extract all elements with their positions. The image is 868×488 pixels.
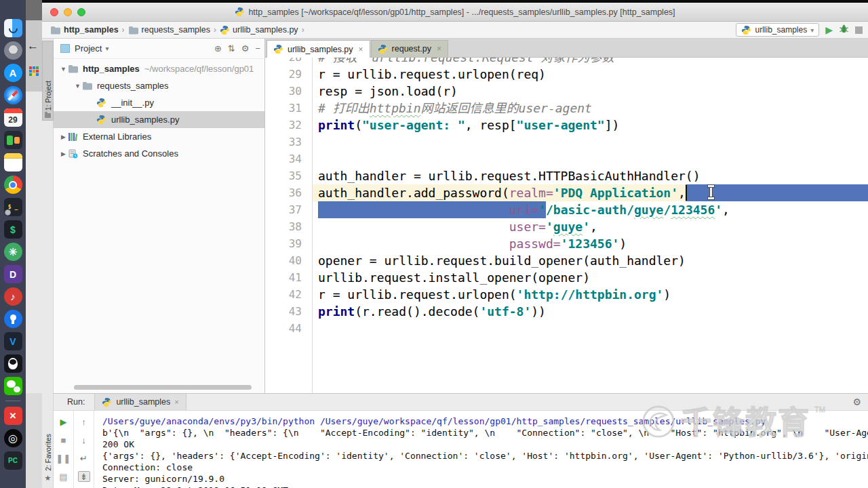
python-icon (273, 44, 283, 54)
down-stack-trace-icon[interactable]: ↓ (78, 434, 90, 445)
folder-icon (45, 113, 51, 118)
code-line-38[interactable]: user='guye', (313, 218, 868, 235)
dock-app-qq[interactable] (4, 354, 22, 373)
code-line-28[interactable]: # 接收 'urllib.request.Request'对象作为参数 (313, 58, 868, 66)
dock-app-dash[interactable]: D (4, 265, 22, 283)
debug-button[interactable] (839, 24, 849, 37)
tree-item-External Libraries[interactable]: ▶External Libraries (54, 128, 264, 145)
maximize-window-button[interactable] (77, 8, 85, 16)
code-line-37[interactable]: uri='/basic-auth/guye/123456', (313, 201, 868, 218)
code-pane[interactable]: # 接收 'urllib.request.Request'对象作为参数r = u… (313, 58, 868, 393)
code-line-34[interactable] (313, 150, 868, 167)
chevron-down-icon[interactable]: ▾ (105, 45, 214, 52)
soft-wrap-icon[interactable]: ↵ (78, 453, 90, 464)
stop-icon[interactable]: ■ (58, 434, 70, 445)
code-line-30[interactable]: resp = json.load(r) (313, 83, 868, 100)
code-line-44[interactable] (313, 320, 868, 337)
line-number: 31 (265, 100, 312, 117)
rerun-icon[interactable]: ▶ (58, 416, 70, 427)
code-line-36[interactable]: auth_handler.add_password(realm='PDQ App… (313, 184, 868, 201)
code-line-35[interactable]: auth_handler = urllib.request.HTTPBasicA… (313, 167, 868, 184)
dock-app-calendar[interactable]: 29 (4, 108, 22, 127)
grid-dot (29, 73, 32, 76)
editor-tab-urllib_samples.py[interactable]: urllib_samples.py× (267, 40, 370, 58)
close-icon[interactable]: × (174, 398, 178, 406)
close-icon[interactable]: × (359, 45, 363, 54)
up-stack-trace-icon[interactable]: ↑ (78, 416, 90, 427)
editor-body[interactable]: 2829303132333435363738394041424344 # 接收 … (265, 58, 868, 393)
breadcrumb-item-urllib_samples.py[interactable]: urllib_samples.py (220, 25, 298, 35)
dock-app-netease-music[interactable]: ♪ (4, 287, 22, 306)
breadcrumb-item-http_samples[interactable]: http_samples (50, 25, 119, 35)
minimize-window-button[interactable] (64, 8, 72, 16)
code-line-43[interactable]: print(r.read().decode('utf-8')) (313, 303, 868, 320)
stop-button[interactable] (855, 26, 863, 34)
project-panel-title[interactable]: Project (75, 43, 102, 54)
scroll-to-end-icon[interactable]: ⇟ (78, 471, 90, 482)
code-line-32[interactable]: print("user-agent: ", resp["user-agent"]… (313, 117, 868, 134)
breadcrumb-item-requests_samples[interactable]: requests_samples (128, 25, 210, 35)
dock-app-vscode[interactable]: V (4, 332, 22, 350)
code-line-40[interactable]: opener = urllib.request.build_opener(aut… (313, 252, 868, 269)
hide-icon[interactable]: − (255, 43, 260, 54)
dock-app-wechat[interactable] (4, 377, 22, 395)
settings-icon[interactable]: ⚙ (241, 43, 250, 54)
dock-app-finder[interactable] (4, 19, 22, 37)
project-horizontal-scrollbar[interactable] (74, 385, 252, 390)
background-window-strip: ← (26, 0, 42, 488)
run-configuration-select[interactable]: urllib_samples ▾ (736, 23, 819, 37)
back-arrow-icon[interactable]: ← (27, 39, 39, 53)
locate-icon[interactable]: ⊕ (214, 43, 222, 54)
run-button[interactable]: ▶ (825, 25, 833, 35)
console-output[interactable]: /Users/guye/anaconda/envs/py3/bin/python… (94, 411, 868, 488)
restore-layout-icon[interactable]: ▤ (58, 471, 70, 482)
expand-arrow-icon[interactable]: ▶ (59, 134, 68, 140)
tree-item-__init__.py[interactable]: __init__.py (54, 94, 264, 111)
breadcrumb-label: urllib_samples.py (233, 25, 298, 35)
dock-app-launchpad[interactable] (4, 41, 22, 60)
app-grid-icon[interactable] (29, 66, 39, 76)
tree-item-Scratches and Consoles[interactable]: ▶Scratches and Consoles (54, 145, 264, 162)
gear-icon[interactable]: ⚙ (852, 396, 861, 407)
editor-tab-request.py[interactable]: request.py× (371, 40, 448, 57)
expand-arrow-icon[interactable]: ▶ (59, 150, 68, 157)
dock-app-pycharm[interactable]: PC (4, 451, 22, 470)
dock-app-obs[interactable]: ◎ (4, 429, 22, 447)
dock-app-one-password[interactable] (4, 310, 22, 328)
toolwindow-tab-favorites[interactable]: 2: Favorites ★ (42, 434, 54, 483)
tree-item-http_samples[interactable]: ▼http_samples~/workspace/qf/lesson/gp01 (54, 60, 264, 77)
dock-app-device-manager[interactable] (4, 131, 22, 149)
dock-app-design-app[interactable]: ✳ (4, 243, 22, 261)
code-line-33[interactable] (313, 134, 868, 150)
run-tab[interactable]: urllib_samples × (94, 394, 186, 410)
code-line-29[interactable]: r = urllib.request.urlopen(req) (313, 66, 868, 83)
code-line-42[interactable]: r = urllib.request.urlopen('http://httpb… (313, 286, 868, 303)
collapse-all-icon[interactable]: ⇅ (228, 43, 235, 54)
code-segment: 'PDQ Application' (553, 184, 678, 201)
dock-app-terminal[interactable]: $ _ (4, 198, 22, 216)
expand-arrow-icon[interactable]: ▼ (73, 83, 82, 89)
code-line-41[interactable]: urllib.request.install_opener(opener) (313, 269, 868, 286)
dock-app-xmind[interactable]: ✕ (4, 407, 22, 425)
code-segment (318, 201, 509, 218)
tree-item-requests_samples[interactable]: ▼requests_samples (54, 77, 264, 94)
dock-app-chrome[interactable] (4, 176, 22, 194)
dock-app-notes[interactable] (4, 153, 22, 171)
toolwindow-tab-project[interactable]: 1: Project (42, 41, 54, 121)
grid-dot (33, 66, 35, 69)
console-line: Server: gunicorn/19.9.0 (102, 473, 868, 485)
code-line-31[interactable]: # 打印出httpbin网站返回信息里的user-agent (313, 100, 868, 117)
dock-app-safari[interactable] (4, 86, 22, 104)
close-icon[interactable]: × (437, 44, 441, 54)
pause-output-icon[interactable]: ❚❚ (58, 453, 70, 464)
dock-app-finance[interactable]: $ (4, 220, 22, 239)
line-number: 30 (265, 83, 312, 100)
tree-item-urllib_samples.py[interactable]: urllib_samples.py (54, 111, 264, 128)
dock-app-app-store[interactable]: A (4, 64, 22, 82)
close-window-button[interactable] (50, 8, 58, 16)
project-tab-label: 1: Project (44, 81, 52, 110)
code-line-39[interactable]: passwd='123456') (313, 235, 868, 252)
project-panel: Project ▾ ⊕⇅⚙− ▼http_samples~/workspace/… (54, 39, 265, 393)
tree-item-label: Scratches and Consoles (83, 148, 178, 159)
expand-arrow-icon[interactable]: ▼ (59, 66, 68, 73)
